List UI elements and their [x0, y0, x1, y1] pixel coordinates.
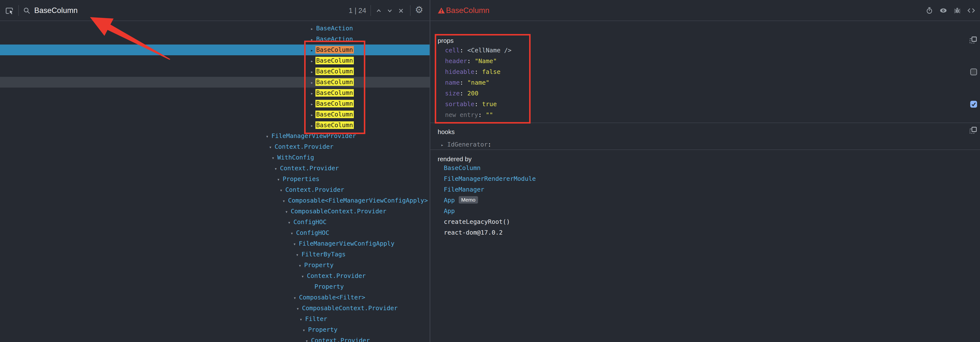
clear-search-button[interactable]: [396, 6, 406, 15]
owner-label: createLegacyRoot(): [444, 218, 510, 225]
settings-button[interactable]: ⚙: [415, 5, 423, 14]
prop-key: size: [445, 90, 460, 97]
owner-link[interactable]: FileManagerRendererModule: [444, 175, 536, 182]
component-name: Property: [308, 326, 337, 333]
copy-props-icon[interactable]: [969, 36, 977, 44]
component-name: BaseAction: [316, 25, 353, 32]
expand-toggle-icon[interactable]: ▾: [293, 292, 299, 303]
tree-row[interactable]: ▾Context.Provider: [0, 163, 430, 174]
component-name: BaseColumn: [315, 111, 354, 118]
expand-toggle-icon[interactable]: ▾: [291, 228, 296, 239]
search-icon: [22, 6, 31, 15]
tree-row[interactable]: ▾FileManagerViewProvider: [0, 130, 430, 142]
tree-row[interactable]: ▾Composable<Filter>: [0, 292, 430, 303]
tree-row[interactable]: Property: [0, 282, 430, 292]
component-name: Context.Provider: [311, 337, 370, 342]
expand-toggle-icon[interactable]: ▾: [293, 239, 299, 249]
prop-value[interactable]: "name": [467, 79, 489, 86]
expand-toggle-icon[interactable]: ▾: [266, 131, 271, 142]
component-name: BaseColumn: [315, 57, 354, 64]
copy-hooks-icon[interactable]: [969, 126, 977, 134]
component-name: Context.Provider: [280, 165, 339, 172]
chevron-down-icon: [386, 7, 393, 14]
timer-icon[interactable]: [926, 7, 933, 15]
tree-row[interactable]: ▾ConfigHOC: [0, 217, 430, 227]
prop-colon: :: [478, 111, 485, 118]
tree-row[interactable]: ▸BaseColumn: [0, 55, 430, 66]
expand-toggle-icon[interactable]: ▾: [296, 249, 301, 260]
expand-toggle-icon[interactable]: ▾: [299, 314, 305, 325]
tree-row[interactable]: ▸BaseAction: [0, 34, 430, 45]
tree-row[interactable]: ▸BaseColumn: [0, 99, 430, 109]
code-brackets-icon[interactable]: [967, 7, 975, 15]
expand-toggle-icon[interactable]: ▸: [310, 34, 316, 45]
owner-label: react-dom@17.0.2: [444, 229, 503, 236]
expand-toggle-icon[interactable]: ▾: [301, 271, 307, 282]
details-toolbar: BaseColumn: [430, 0, 980, 21]
expand-toggle-icon[interactable]: ▾: [277, 174, 283, 185]
expand-toggle-icon[interactable]: ▾: [288, 217, 293, 228]
prop-entry: hideable:false: [430, 67, 980, 77]
expand-toggle-icon[interactable]: ▾: [282, 196, 288, 206]
tree-row[interactable]: ▸BaseColumn: [0, 109, 430, 120]
prop-colon: :: [467, 57, 475, 65]
rendered-by-row: BaseColumn: [430, 163, 980, 173]
panel-divider[interactable]: [430, 0, 430, 342]
tree-row[interactable]: ▾ComposableContext.Provider: [0, 206, 430, 217]
tree-row[interactable]: ▸BaseColumn: [0, 120, 430, 130]
tree-row[interactable]: ▾Property: [0, 325, 430, 335]
tree-row[interactable]: ▾Context.Provider: [0, 270, 430, 282]
owner-link[interactable]: BaseColumn: [444, 164, 481, 172]
prop-value[interactable]: 200: [467, 90, 478, 97]
expand-toggle-icon[interactable]: ▾: [299, 260, 304, 271]
tree-toolbar: 1 | 24 ⚙: [0, 0, 430, 21]
expand-toggle-icon[interactable]: ▾: [302, 325, 308, 336]
expand-toggle-icon[interactable]: ▾: [272, 153, 277, 163]
owner-link[interactable]: App: [444, 207, 455, 215]
expand-toggle-icon[interactable]: ▾: [285, 206, 291, 217]
tree-row[interactable]: ▾WithConfig: [0, 152, 430, 163]
tree-row[interactable]: ▸BaseColumn: [0, 45, 430, 55]
tree-row[interactable]: ▾Properties: [0, 174, 430, 185]
expand-toggle-icon[interactable]: ▾: [269, 142, 275, 153]
tree-row[interactable]: ▾FileManagerViewConfigApply: [0, 238, 430, 249]
owner-link[interactable]: App: [444, 197, 455, 204]
prop-value[interactable]: true: [482, 100, 496, 108]
close-icon: [397, 7, 405, 14]
tree-row[interactable]: ▸BaseColumn: [0, 66, 430, 77]
tree-row[interactable]: ▾ConfigHOC: [0, 227, 430, 238]
expand-toggle-icon[interactable]: ▸: [441, 140, 447, 150]
eye-icon[interactable]: [939, 7, 947, 15]
tree-row[interactable]: ▾Context.Provider: [0, 142, 430, 152]
component-name: Composable<FileManagerViewConfigApply>: [288, 197, 428, 204]
prop-checkbox-checked[interactable]: [970, 101, 977, 108]
previous-result-button[interactable]: [374, 6, 383, 15]
prop-key: hideable: [445, 68, 474, 75]
tree-row[interactable]: ▾FilterByTags: [0, 249, 430, 260]
tree-row[interactable]: ▸BaseColumn: [0, 87, 430, 99]
tree-row[interactable]: ▾Property: [0, 260, 430, 270]
next-result-button[interactable]: [385, 6, 394, 15]
prop-value[interactable]: "": [486, 111, 493, 118]
expand-toggle-icon[interactable]: ▾: [305, 336, 311, 342]
prop-key: sortable: [445, 100, 474, 108]
tree-row[interactable]: ▸BaseAction: [0, 23, 430, 34]
tree-row[interactable]: ▸BaseColumn: [0, 77, 430, 87]
owner-link[interactable]: FileManager: [444, 186, 484, 193]
tree-row[interactable]: ▾Filter: [0, 313, 430, 325]
bug-icon[interactable]: [954, 7, 961, 15]
expand-toggle-icon[interactable]: ▸: [310, 23, 316, 34]
prop-value[interactable]: false: [482, 68, 500, 75]
expand-toggle-icon[interactable]: ▾: [280, 185, 285, 196]
prop-checkbox-unchecked[interactable]: [970, 68, 977, 75]
expand-toggle-icon[interactable]: ▾: [296, 303, 302, 314]
inspect-element-button[interactable]: [5, 6, 14, 15]
tree-row[interactable]: ▾Context.Provider: [0, 335, 430, 342]
prop-value[interactable]: "Name": [475, 57, 496, 65]
tree-row[interactable]: ▾ComposableContext.Provider: [0, 303, 430, 313]
tree-row[interactable]: ▾Context.Provider: [0, 185, 430, 195]
tree-row[interactable]: ▾Composable<FileManagerViewConfigApply>: [0, 195, 430, 206]
search-input[interactable]: [34, 4, 315, 17]
expand-toggle-icon[interactable]: ▾: [274, 163, 280, 174]
toolbar-divider: [410, 5, 410, 16]
